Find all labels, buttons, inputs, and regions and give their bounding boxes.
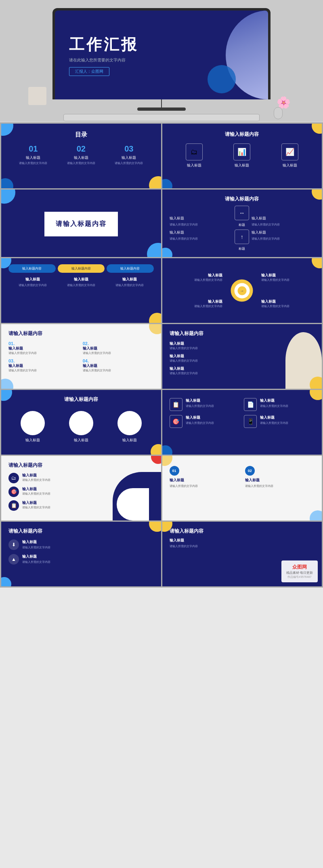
four-num-3: 03. <box>8 358 80 363</box>
four-item-4: 04. 输入标题 请输入所需的文字内容 <box>83 358 154 373</box>
toc-label-2: 输入标题 <box>67 155 95 160</box>
circle-item-3: 输入标题 <box>117 411 142 443</box>
igrid-rdesc1: 请输入所需的文字内容 <box>252 223 315 227</box>
igrid-rbl1: 输入标题 <box>252 216 315 221</box>
icon4-box1: 📋 <box>170 398 182 411</box>
tab-cdesc2: 请输入所需的文字内容 <box>67 283 95 287</box>
center-lbl2: 标题 <box>239 246 245 251</box>
icon4-desc3: 请输入所需的文字内容 <box>186 421 214 425</box>
icon3-title: 请输入标题内容 <box>170 131 314 138</box>
icon4-lbl2: 输入标题 <box>260 398 288 403</box>
toc-desc-1: 请输入所需的文字内容 <box>19 161 47 165</box>
li-icon1: 🗂 <box>8 473 19 483</box>
icon3-item-3: 📈 输入标题 <box>281 143 298 168</box>
lr-items: 输入标题 请输入所需的文字内容 输入标题 请输入所需的文字内容 输入标题 请输入… <box>170 341 315 375</box>
four-lbl-4: 输入标题 <box>83 363 154 369</box>
li-text3: 输入标题 请输入所需的文字内容 <box>22 500 50 510</box>
al-text2: 输入标题 请输入所需的文字内容 <box>22 554 50 564</box>
lr-item-3: 输入标题 请输入所需的文字内容 <box>170 366 315 375</box>
tab-clbl1: 输入标题 <box>19 277 47 282</box>
slide-toc: 目录 01 输入标题 请输入所需的文字内容 02 输入标题 请输入所需的文字内容… <box>1 124 161 188</box>
toc-desc-2: 请输入所需的文字内容 <box>67 161 95 165</box>
tab-3[interactable]: 输入标题内容 <box>107 264 154 273</box>
icon4-box4: 📱 <box>244 415 257 428</box>
li-desc3: 请输入所需的文字内容 <box>22 506 50 510</box>
four-grid: 01. 输入标题 请输入所需的文字内容 02. 输入标题 请输入所需的文字内容 … <box>8 341 154 373</box>
quad-center-top <box>226 264 258 291</box>
circle-2 <box>69 411 93 435</box>
icon3-label-3: 输入标题 <box>281 163 298 168</box>
li-desc2: 请输入所需的文字内容 <box>22 492 50 496</box>
li-text1: 输入标题 请输入所需的文字内容 <box>22 473 50 482</box>
slide-icon3: 请输入标题内容 🗂 输入标题 📊 输入标题 📈 输入标题 <box>162 124 322 188</box>
icon4-lbl3: 输入标题 <box>186 415 214 420</box>
icon3-box-2: 📊 <box>233 143 250 160</box>
tab-2-active[interactable]: 输入标题内容 <box>58 264 105 273</box>
quad-bl-desc: 请输入所需的文字内容 <box>194 304 222 308</box>
icon4-box3: 🎯 <box>170 415 182 428</box>
igrid-lbl2: 输入标题 <box>170 230 233 235</box>
li-icon3: 📋 <box>8 500 19 511</box>
target-quads: 输入标题 请输入所需的文字内容 输入标题 请输入所需的文字内容 输入标题 请输入… <box>170 264 315 317</box>
quad-center-bot <box>226 291 258 317</box>
deco-tl2 <box>1 190 15 204</box>
li-lbl2: 输入标题 <box>22 487 50 492</box>
igrid-desc1: 请输入所需的文字内容 <box>170 223 233 227</box>
icon4-desc4: 请输入所需的文字内容 <box>260 421 288 425</box>
icon4-text1: 输入标题 请输入所需的文字内容 <box>186 398 214 408</box>
deco-br4 <box>149 313 161 323</box>
watermark-overlay: 众图网 精品素材·每日更新 作品编号#3576487 <box>281 560 318 582</box>
slides-grid: 目录 01 输入标题 请输入所需的文字内容 02 输入标题 请输入所需的文字内容… <box>0 122 323 588</box>
al-text1: 输入标题 请输入所需的文字内容 <box>22 539 50 550</box>
al-desc2: 请输入所需的文字内容 <box>22 560 50 564</box>
li-text2: 输入标题 请输入所需的文字内容 <box>22 487 50 496</box>
quad-br-lbl: 输入标题 <box>261 299 315 304</box>
circle-lbl-1: 输入标题 <box>21 438 45 443</box>
num02-desc2: 请输入所需的文字内容 <box>245 484 315 488</box>
tabs-row: 输入标题内容 输入标题内容 输入标题内容 <box>8 264 154 273</box>
slide-watermark: 请输入标题内容 输入标题 请输入所需的文字内容 众图网 精品素材·每日更新 作品… <box>162 522 322 586</box>
icon4-grid: 📋 输入标题 请输入所需的文字内容 📄 输入标题 请输入所需的文字内容 🎯 <box>170 398 315 428</box>
icon4-box2: 📄 <box>244 398 257 411</box>
four-lbl-3: 输入标题 <box>8 363 80 369</box>
circle-lbl-3: 输入标题 <box>117 438 142 443</box>
al-item-1: ⬇ 输入标题 请输入所需的文字内容 <box>8 539 154 550</box>
four-desc-1: 请输入所需的文字内容 <box>8 351 80 355</box>
tab-content-2: 输入标题 请输入所需的文字内容 <box>67 277 95 287</box>
four-item-1: 01. 输入标题 请输入所需的文字内容 <box>8 341 80 355</box>
hero-title: 工作汇报 <box>69 34 138 55</box>
slide-circles: 请输入标题内容 输入标题 输入标题 输入标题 <box>1 390 161 455</box>
toc-desc-3: 请输入所需的文字内容 <box>115 161 143 165</box>
deco-bl6 <box>1 379 13 389</box>
toc-item-2: 02 输入标题 请输入所需的文字内容 <box>67 144 95 165</box>
four-title: 请输入标题内容 <box>8 330 154 337</box>
monitor-section: 🌸 工作汇报 请在此输入您所需要的文字内容 汇报人：众图网 <box>0 0 323 121</box>
igrid-layout: 输入标题 请输入所需的文字内容 输入标题 请输入所需的文字内容 ↔ 标题 ↑ 标… <box>170 206 315 251</box>
icon4-text4: 输入标题 请输入所需的文字内容 <box>260 415 288 425</box>
deco-bl11 <box>1 577 11 586</box>
icon4-desc1: 请输入所需的文字内容 <box>186 404 214 408</box>
hero-subtitle: 请在此输入您所需要的文字内容 <box>69 57 138 63</box>
monitor-bezel: 工作汇报 请在此输入您所需要的文字内容 汇报人：众图网 <box>52 8 271 99</box>
tab-content-3: 输入标题 请输入所需的文字内容 <box>115 277 144 287</box>
icon4-lbl1: 输入标题 <box>186 398 214 403</box>
watermark-id: 作品编号#3576487 <box>286 575 313 579</box>
center-box2: ↑ <box>235 230 249 244</box>
quad-bl: 输入标题 请输入所需的文字内容 <box>170 291 226 317</box>
quad-br: 输入标题 请输入所需的文字内容 <box>258 291 315 317</box>
toc-title: 目录 <box>9 131 153 139</box>
tab-1[interactable]: 输入标题内容 <box>8 264 56 273</box>
num02-lbl1: 输入标题 <box>170 478 239 483</box>
quad-br-desc: 请输入所需的文字内容 <box>261 304 315 308</box>
icon4-desc2: 请输入所需的文字内容 <box>260 404 288 408</box>
slide-tabs: 输入标题内容 输入标题内容 输入标题内容 输入标题 请输入所需的文字内容 输入标… <box>1 258 161 323</box>
igrid-rdesc2: 请输入所需的文字内容 <box>252 237 315 241</box>
al-icon2: ▲ <box>8 554 19 565</box>
lr-desc1: 请输入所需的文字内容 <box>170 346 315 350</box>
num02-badge2: 02 <box>245 466 255 476</box>
igrid-title: 请输入标题内容 <box>170 196 315 202</box>
monitor-base <box>137 107 186 111</box>
toc-num-2: 02 <box>67 144 95 154</box>
icon4-item-3: 🎯 输入标题 请输入所需的文字内容 <box>170 415 240 428</box>
toc-items: 01 输入标题 请输入所需的文字内容 02 输入标题 请输入所需的文字内容 03… <box>9 144 153 165</box>
